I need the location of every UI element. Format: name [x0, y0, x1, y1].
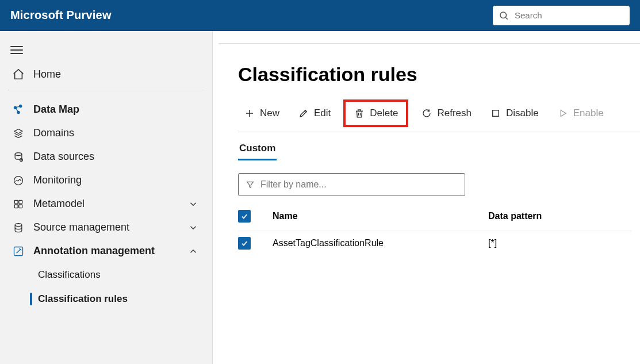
nav-annotation-management-label: Annotation management — [33, 245, 155, 257]
nav-annotation-management[interactable]: Annotation management — [6, 239, 206, 263]
search-icon — [499, 10, 509, 21]
subnav-classifications[interactable]: Classifications — [25, 263, 206, 287]
square-icon — [490, 108, 501, 119]
annotation-management-icon — [12, 246, 25, 257]
metamodel-icon — [12, 198, 25, 210]
nav-section-label: Data Map — [33, 104, 79, 116]
nav-home[interactable]: Home — [6, 62, 206, 86]
domains-icon — [12, 128, 25, 139]
product-title: Microsoft Purview — [10, 9, 112, 22]
delete-button[interactable]: Delete — [348, 103, 404, 124]
top-bar: Microsoft Purview — [0, 0, 640, 31]
main-content: Classification rules New Edit — [219, 43, 640, 364]
rules-table: Name Data pattern AssetTagClassification… — [238, 206, 632, 255]
tab-custom[interactable]: Custom — [238, 140, 277, 160]
svg-point-0 — [500, 12, 507, 18]
nav-metamodel-label: Metamodel — [33, 198, 85, 210]
subnav-classification-rules[interactable]: Classification rules — [25, 287, 206, 311]
source-management-icon — [12, 222, 25, 233]
table-row[interactable]: AssetTagClassificationRule [*] — [238, 231, 632, 255]
svg-point-3 — [19, 105, 22, 108]
nav-home-label: Home — [33, 68, 61, 81]
svg-rect-12 — [14, 200, 18, 204]
refresh-button[interactable]: Refresh — [415, 103, 477, 124]
nav-source-management[interactable]: Source management — [6, 216, 206, 239]
nav-monitoring-label: Monitoring — [33, 174, 82, 186]
nav-source-management-label: Source management — [33, 221, 129, 233]
toolbar: New Edit Delete — [238, 99, 640, 132]
chevron-down-icon — [188, 223, 201, 233]
svg-point-7 — [15, 152, 22, 155]
nav-domains[interactable]: Domains — [6, 121, 206, 145]
nav-data-sources-label: Data sources — [33, 151, 94, 163]
row-pattern: [*] — [488, 238, 632, 248]
trash-icon — [354, 108, 365, 119]
data-sources-icon — [12, 151, 25, 163]
nav-data-sources[interactable]: Data sources — [6, 145, 206, 168]
svg-rect-22 — [493, 110, 499, 117]
svg-line-6 — [16, 106, 19, 107]
nav-monitoring[interactable]: Monitoring — [6, 168, 206, 192]
filter-icon — [246, 180, 255, 189]
delete-button-label: Delete — [370, 108, 398, 119]
home-icon — [12, 68, 25, 81]
svg-marker-23 — [561, 110, 566, 117]
col-pattern: Data pattern — [488, 211, 632, 221]
delete-highlight-annotation: Delete — [343, 99, 408, 127]
new-button[interactable]: New — [238, 103, 285, 124]
svg-rect-15 — [19, 204, 22, 208]
row-checkbox[interactable] — [238, 237, 251, 250]
nav-metamodel[interactable]: Metamodel — [6, 192, 206, 216]
hamburger-menu-icon[interactable] — [10, 46, 23, 54]
svg-point-4 — [17, 111, 20, 114]
nav-domains-label: Domains — [33, 127, 74, 139]
row-name: AssetTagClassificationRule — [273, 238, 488, 248]
disable-button[interactable]: Disable — [484, 103, 545, 124]
monitoring-icon — [12, 175, 25, 186]
sidebar: Home Data Map Domai — [0, 31, 213, 364]
nav-section-data-map[interactable]: Data Map — [6, 97, 206, 121]
plus-icon — [244, 108, 255, 119]
svg-line-5 — [16, 108, 18, 112]
play-icon — [557, 108, 569, 119]
search-input[interactable] — [515, 10, 624, 20]
sidebar-divider — [8, 90, 204, 90]
global-search[interactable] — [493, 6, 630, 25]
new-button-label: New — [260, 108, 279, 119]
edit-button[interactable]: Edit — [292, 103, 336, 124]
disable-button-label: Disable — [506, 108, 539, 119]
svg-rect-14 — [14, 204, 18, 208]
chevron-down-icon — [188, 199, 201, 209]
tabs: Custom — [238, 140, 640, 160]
svg-line-1 — [505, 17, 507, 19]
col-name: Name — [273, 211, 488, 221]
select-all-checkbox[interactable] — [238, 210, 251, 223]
subnav-classifications-label: Classifications — [38, 269, 101, 281]
filter-box[interactable] — [238, 173, 465, 196]
svg-rect-13 — [19, 200, 22, 204]
subnav-classification-rules-label: Classification rules — [38, 293, 128, 305]
table-header: Name Data pattern — [238, 206, 632, 231]
data-map-icon — [12, 103, 25, 116]
filter-input[interactable] — [260, 179, 458, 190]
enable-button-label: Enable — [573, 108, 604, 119]
svg-point-16 — [15, 223, 22, 226]
refresh-button-label: Refresh — [437, 108, 472, 119]
enable-button: Enable — [551, 103, 610, 124]
refresh-icon — [421, 108, 432, 119]
edit-button-label: Edit — [314, 108, 331, 119]
pencil-icon — [298, 108, 309, 119]
annotation-subitems: Classifications Classification rules — [6, 263, 206, 311]
page-title: Classification rules — [238, 63, 640, 86]
chevron-up-icon — [188, 246, 201, 256]
